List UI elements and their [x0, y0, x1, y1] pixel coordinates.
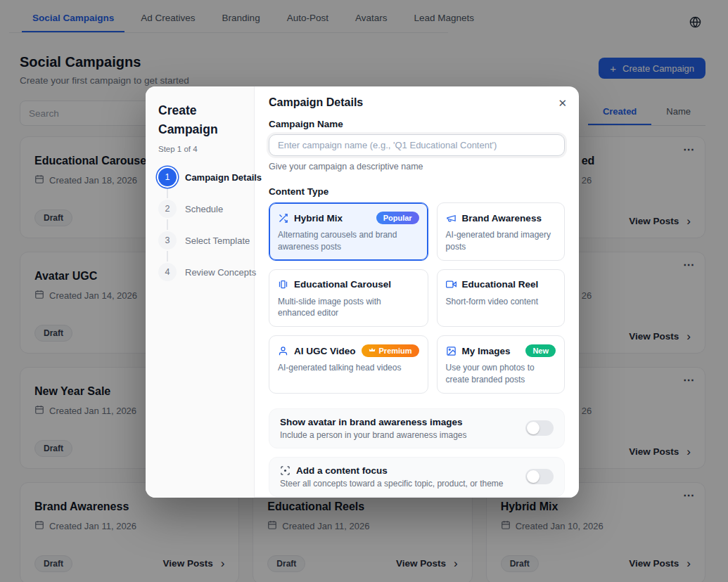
step-campaign-details[interactable]: 1 Campaign Details: [158, 168, 241, 186]
app-window: Social Campaigns Ad Creatives Branding A…: [0, 0, 728, 582]
step-number: 4: [158, 263, 177, 281]
megaphone-icon: [446, 213, 456, 224]
image-icon: [446, 346, 456, 356]
modal-footer: Cancel Continue →: [255, 497, 579, 498]
shuffle-icon: [278, 213, 288, 224]
carousel-icon: [278, 279, 288, 290]
wizard-sidebar: Create Campaign Step 1 of 4 1 Campaign D…: [146, 86, 255, 498]
content-type-ai-ugc-video[interactable]: AI UGC Video Premium AI-generated talkin…: [269, 335, 428, 394]
modal-main: Campaign Details ✕ Campaign Name Give yo…: [255, 86, 579, 498]
content-type-grid: Hybrid Mix Popular Alternating carousels…: [269, 202, 565, 394]
step-connector: [167, 219, 168, 230]
step-number: 1: [158, 168, 177, 186]
step-number: 2: [158, 200, 177, 218]
campaign-name-label: Campaign Name: [269, 119, 565, 129]
wizard-title: Create Campaign: [158, 101, 241, 139]
step-counter: Step 1 of 4: [158, 145, 241, 153]
step-number: 3: [158, 231, 177, 250]
campaign-name-helper: Give your campaign a descriptive name: [269, 162, 565, 172]
content-type-educational-carousel[interactable]: Educational Carousel Multi-slide image p…: [269, 269, 428, 328]
content-type-hybrid-mix[interactable]: Hybrid Mix Popular Alternating carousels…: [269, 202, 428, 261]
step-select-template[interactable]: 3 Select Template: [158, 231, 241, 250]
wizard-steps: 1 Campaign Details 2 Schedule 3 Select T…: [158, 168, 241, 281]
toggle-row-content-focus: Add a content focus Steer all concepts t…: [269, 457, 565, 497]
content-focus-toggle[interactable]: [525, 469, 554, 484]
new-badge: New: [525, 344, 556, 357]
user-icon: [278, 346, 288, 356]
focus-icon: [280, 465, 290, 476]
popular-badge: Popular: [376, 212, 419, 224]
content-type-label: Content Type: [269, 186, 565, 197]
campaign-name-input[interactable]: [269, 134, 565, 156]
close-icon[interactable]: ✕: [555, 94, 570, 112]
toggle-row-show-avatar: Show avatar in brand awareness images In…: [269, 408, 565, 448]
content-type-educational-reel[interactable]: Educational Reel Short-form video conten…: [437, 269, 565, 328]
step-connector: [167, 251, 168, 261]
create-campaign-modal: Create Campaign Step 1 of 4 1 Campaign D…: [146, 86, 579, 498]
step-schedule[interactable]: 2 Schedule: [158, 200, 241, 218]
step-connector: [167, 188, 168, 198]
premium-badge: Premium: [362, 344, 419, 357]
modal-title: Campaign Details: [269, 96, 565, 109]
show-avatar-toggle[interactable]: [525, 420, 554, 436]
step-review-concepts[interactable]: 4 Review Concepts: [158, 263, 241, 281]
video-camera-icon: [446, 279, 456, 290]
content-type-my-images[interactable]: My Images New Use your own photos to cre…: [437, 335, 565, 394]
content-type-brand-awareness[interactable]: Brand Awareness AI-generated brand image…: [437, 202, 565, 261]
crown-icon: [369, 347, 376, 355]
